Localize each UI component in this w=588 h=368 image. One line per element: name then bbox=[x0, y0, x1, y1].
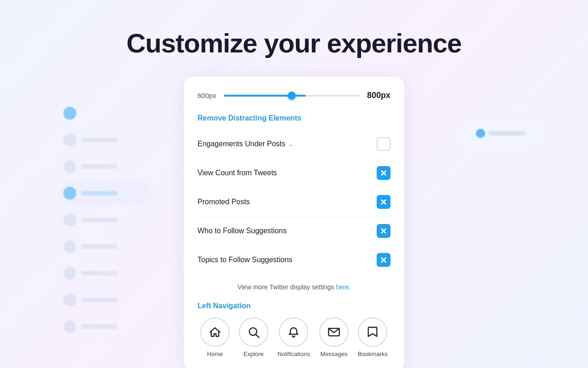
nav-item-bookmarks: Bookmarks bbox=[358, 317, 388, 357]
nav-item-messages: Messages bbox=[319, 317, 349, 357]
display-settings-link[interactable]: here bbox=[336, 283, 349, 291]
left-nav-heading: Left Navigation bbox=[198, 302, 390, 310]
setting-row-promoted-posts: Promoted Posts bbox=[198, 188, 390, 217]
home-label: Home bbox=[207, 351, 223, 357]
view-count-label: View Count from Tweets bbox=[198, 169, 277, 177]
settings-card: 600px 800px Remove Distracting Elements … bbox=[184, 77, 404, 368]
check-x-icon bbox=[380, 198, 387, 206]
home-nav-button[interactable] bbox=[200, 317, 230, 347]
notifications-label: Notifications bbox=[277, 351, 310, 357]
explore-label: Explore bbox=[243, 351, 264, 357]
home-icon bbox=[209, 326, 221, 339]
search-icon bbox=[247, 326, 260, 339]
view-count-checkbox[interactable] bbox=[377, 166, 390, 180]
main-container: 600px 800px Remove Distracting Elements … bbox=[0, 77, 588, 368]
topics-to-follow-label: Topics to Follow Suggestions bbox=[198, 256, 292, 264]
mail-icon bbox=[328, 326, 340, 339]
engagements-checkbox[interactable] bbox=[377, 137, 390, 151]
notifications-nav-button[interactable] bbox=[279, 317, 308, 347]
setting-row-view-count: View Count from Tweets bbox=[198, 159, 390, 188]
width-slider[interactable] bbox=[224, 95, 360, 97]
messages-label: Messages bbox=[320, 351, 347, 357]
check-x-icon bbox=[380, 227, 387, 235]
bookmarks-label: Bookmarks bbox=[358, 351, 388, 357]
setting-row-engagements: Engagements Under Posts ⌄ bbox=[198, 130, 390, 159]
explore-nav-button[interactable] bbox=[239, 317, 268, 347]
settings-list: Engagements Under Posts ⌄ View Count fro… bbox=[198, 130, 390, 274]
width-slider-section: 600px 800px bbox=[198, 91, 390, 100]
bottom-text-suffix: . bbox=[349, 283, 351, 291]
setting-row-who-to-follow: Who to Follow Suggestions bbox=[198, 217, 390, 246]
bottom-link-section: View more Twitter display settings here. bbox=[198, 283, 390, 291]
promoted-posts-checkbox[interactable] bbox=[377, 195, 390, 209]
page-title: Customize your experience bbox=[0, 28, 588, 58]
who-to-follow-checkbox[interactable] bbox=[377, 224, 390, 238]
check-x-icon bbox=[380, 256, 387, 264]
setting-row-topics-to-follow: Topics to Follow Suggestions bbox=[198, 246, 390, 274]
bookmark-icon bbox=[366, 326, 379, 339]
remove-distracting-heading: Remove Distracting Elements bbox=[198, 114, 390, 122]
nav-item-notifications: Notifications bbox=[277, 317, 310, 357]
engagements-label: Engagements Under Posts ⌄ bbox=[198, 140, 294, 148]
nav-item-explore: Explore bbox=[239, 317, 268, 357]
svg-line-9 bbox=[256, 334, 259, 337]
bell-icon bbox=[287, 326, 300, 339]
bottom-text-prefix: View more Twitter display settings bbox=[237, 283, 336, 291]
slider-wrapper bbox=[224, 91, 360, 100]
messages-nav-button[interactable] bbox=[319, 317, 349, 347]
promoted-posts-label: Promoted Posts bbox=[198, 198, 250, 206]
left-nav-icons-row: Home Explore bbox=[198, 317, 390, 357]
slider-min-label: 600px bbox=[198, 92, 216, 99]
nav-item-home: Home bbox=[200, 317, 230, 357]
who-to-follow-label: Who to Follow Suggestions bbox=[198, 227, 287, 235]
chevron-down-icon: ⌄ bbox=[288, 140, 294, 148]
check-x-icon bbox=[380, 169, 387, 177]
page-title-section: Customize your experience bbox=[0, 0, 588, 77]
bookmarks-nav-button[interactable] bbox=[358, 317, 387, 347]
topics-to-follow-checkbox[interactable] bbox=[377, 253, 390, 267]
slider-max-label: 800px bbox=[367, 91, 390, 100]
